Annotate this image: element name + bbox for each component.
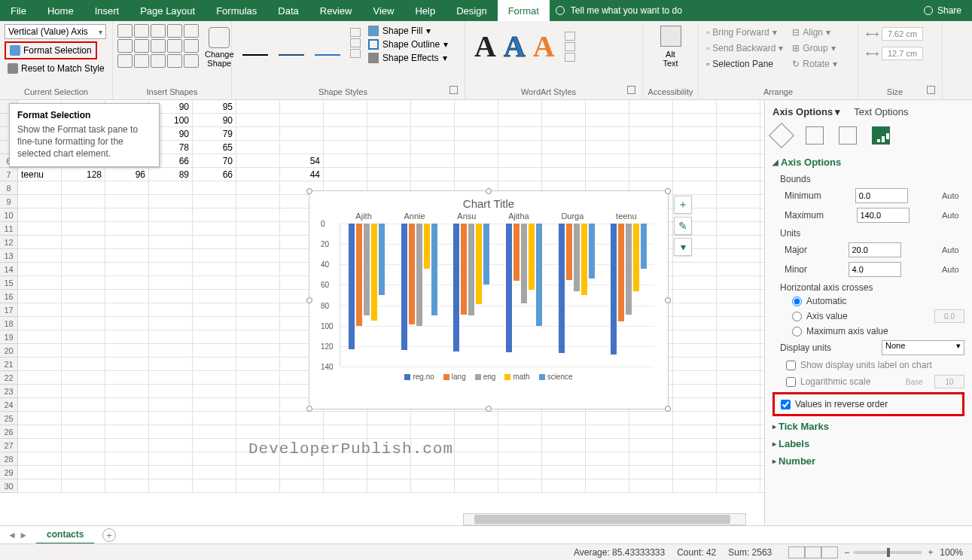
group-shape-styles: Shape Fill ▾ Shape Outline ▾ Shape Effec… bbox=[232, 21, 465, 99]
resize-handle[interactable] bbox=[306, 406, 312, 412]
horizontal-scrollbar[interactable] bbox=[463, 513, 746, 525]
tab-design[interactable]: Design bbox=[446, 0, 497, 21]
shape-fill-button[interactable]: Shape Fill ▾ bbox=[368, 26, 448, 36]
send-backward-button[interactable]: ▫ Send Backward ▾ bbox=[705, 41, 785, 55]
sheet-tab-bar: ◄ ► contacts ＋ bbox=[0, 525, 972, 543]
resize-handle[interactable] bbox=[306, 188, 312, 194]
resize-handle[interactable] bbox=[665, 297, 671, 303]
tab-insert[interactable]: Insert bbox=[84, 0, 130, 21]
reset-match-style-button[interactable]: Reset to Match Style bbox=[5, 62, 108, 75]
tab-review[interactable]: Review bbox=[309, 0, 363, 21]
group-button[interactable]: ⊞ Group ▾ bbox=[791, 41, 838, 55]
minor-input[interactable] bbox=[849, 262, 901, 277]
max-auto[interactable]: Auto bbox=[942, 211, 964, 220]
group-arrange: ▫ Bring Forward ▾ ▫ Send Backward ▾ ▫ Se… bbox=[699, 21, 858, 99]
tooltip-body: Show the Format task pane to fine-tune f… bbox=[17, 123, 151, 160]
shape-style-gallery[interactable] bbox=[236, 24, 364, 62]
tab-home[interactable]: Home bbox=[37, 0, 84, 21]
bring-forward-button[interactable]: ▫ Bring Forward ▾ bbox=[705, 26, 785, 39]
tab-help[interactable]: Help bbox=[404, 0, 446, 21]
max-input[interactable] bbox=[857, 208, 910, 223]
tab-file[interactable]: File bbox=[0, 0, 37, 21]
watermark-text: DeveloperPublish.com bbox=[248, 440, 453, 458]
chart-styles-button[interactable]: ✎ bbox=[674, 217, 692, 235]
fill-line-icon[interactable] bbox=[769, 123, 794, 148]
tab-data[interactable]: Data bbox=[267, 0, 309, 21]
number-section[interactable]: Number bbox=[772, 452, 964, 470]
embedded-chart[interactable]: Chart Title AjithAnnieAnsuAjithaDurgatee… bbox=[309, 190, 669, 409]
size-launcher[interactable] bbox=[927, 86, 935, 94]
log-scale-checkbox[interactable]: Logarithmic scaleBase 10 bbox=[772, 373, 964, 391]
cross-axis-value[interactable]: Axis value0.0 bbox=[772, 308, 964, 324]
tick-marks-section[interactable]: Tick Marks bbox=[772, 418, 964, 435]
resize-handle[interactable] bbox=[665, 188, 671, 194]
status-average: Average: 85.43333333 bbox=[574, 547, 665, 558]
zoom-slider[interactable]: −＋ 100% bbox=[844, 546, 963, 558]
display-units-select[interactable]: None bbox=[882, 340, 964, 355]
height-input[interactable]: ⟷7.62 cm bbox=[864, 26, 925, 42]
wordart-gallery[interactable]: AAA bbox=[470, 24, 580, 68]
share-button[interactable]: Share bbox=[924, 5, 961, 16]
tab-formulas[interactable]: Formulas bbox=[206, 0, 267, 21]
selection-pane-button[interactable]: ▫ Selection Pane bbox=[705, 57, 785, 71]
effects-icon[interactable] bbox=[806, 126, 824, 145]
resize-handle[interactable] bbox=[306, 297, 312, 303]
chart-legend[interactable]: reg.nolangengmathscience bbox=[309, 367, 668, 381]
minor-auto[interactable]: Auto bbox=[942, 265, 964, 274]
width-input[interactable]: ⟷12.7 cm bbox=[864, 45, 925, 62]
size-props-icon[interactable] bbox=[839, 126, 857, 145]
axis-options-icon[interactable] bbox=[872, 126, 890, 145]
resize-handle[interactable] bbox=[665, 406, 671, 412]
text-options-tab[interactable]: Text Options bbox=[854, 106, 908, 117]
values-reverse-order-checkbox[interactable]: Values in reverse order bbox=[778, 397, 959, 412]
wordart-launcher[interactable] bbox=[627, 86, 635, 94]
view-buttons[interactable] bbox=[788, 546, 838, 558]
format-selection-tooltip: Format Selection Show the Format task pa… bbox=[9, 103, 160, 167]
cross-max[interactable]: Maximum axis value bbox=[772, 324, 964, 338]
show-units-label-checkbox[interactable]: Show display units label on chart bbox=[772, 358, 964, 373]
labels-section[interactable]: Labels bbox=[772, 435, 964, 452]
resize-handle[interactable] bbox=[486, 406, 492, 412]
major-input[interactable] bbox=[849, 242, 901, 257]
sheet-nav[interactable]: ◄ ► bbox=[0, 530, 35, 540]
shape-outline-icon bbox=[368, 39, 379, 50]
tab-page-layout[interactable]: Page Layout bbox=[129, 0, 206, 21]
chart-title[interactable]: Chart Title bbox=[309, 191, 668, 212]
format-selection-button[interactable]: Format Selection bbox=[7, 44, 95, 57]
chart-elements-button[interactable]: ＋ bbox=[674, 196, 692, 214]
tab-view[interactable]: View bbox=[362, 0, 404, 21]
status-sum: Sum: 2563 bbox=[728, 547, 772, 558]
plot-area[interactable]: 020406080100120140 bbox=[340, 224, 654, 367]
bounds-label: Bounds bbox=[772, 171, 964, 186]
shape-gallery[interactable] bbox=[117, 24, 199, 68]
resize-handle[interactable] bbox=[486, 188, 492, 194]
alt-text-button[interactable]: Alt Text bbox=[659, 24, 683, 69]
group-wordart: AAA WordArt Styles bbox=[465, 21, 643, 99]
major-auto[interactable]: Auto bbox=[942, 245, 964, 254]
group-label: Insert Shapes bbox=[117, 86, 227, 99]
min-input[interactable] bbox=[855, 188, 908, 203]
rotate-button[interactable]: ↻ Rotate ▾ bbox=[791, 57, 838, 71]
chart-quick-tools: ＋ ✎ ▾ bbox=[674, 196, 692, 256]
minor-label: Minor bbox=[785, 264, 807, 275]
format-selection-icon bbox=[10, 45, 20, 56]
cross-automatic[interactable]: Automatic bbox=[772, 294, 964, 308]
align-button[interactable]: ⊟ Align ▾ bbox=[791, 26, 838, 39]
category-axis-labels: AjithAnnieAnsuAjithaDurgateenu bbox=[309, 212, 668, 221]
tell-me-search[interactable]: Tell me what you want to do bbox=[556, 5, 682, 16]
units-label: Units bbox=[772, 225, 964, 240]
tab-format[interactable]: Format bbox=[498, 0, 550, 21]
axis-options-section[interactable]: Axis Options bbox=[772, 154, 964, 171]
alt-text-icon bbox=[660, 26, 681, 47]
shape-styles-launcher[interactable] bbox=[449, 86, 458, 94]
min-auto[interactable]: Auto bbox=[942, 191, 964, 200]
shape-effects-button[interactable]: Shape Effects ▾ bbox=[368, 53, 448, 63]
chart-filters-button[interactable]: ▾ bbox=[674, 238, 692, 256]
shape-outline-button[interactable]: Shape Outline ▾ bbox=[368, 39, 448, 50]
sheet-tab-contacts[interactable]: contacts bbox=[35, 525, 95, 544]
new-sheet-button[interactable]: ＋ bbox=[102, 528, 116, 542]
chart-element-dropdown[interactable]: Vertical (Value) Axis bbox=[5, 24, 106, 39]
axis-options-tab[interactable]: Axis Options ▾ bbox=[772, 106, 840, 117]
group-label: Arrange bbox=[703, 86, 853, 99]
major-label: Major bbox=[785, 245, 807, 255]
